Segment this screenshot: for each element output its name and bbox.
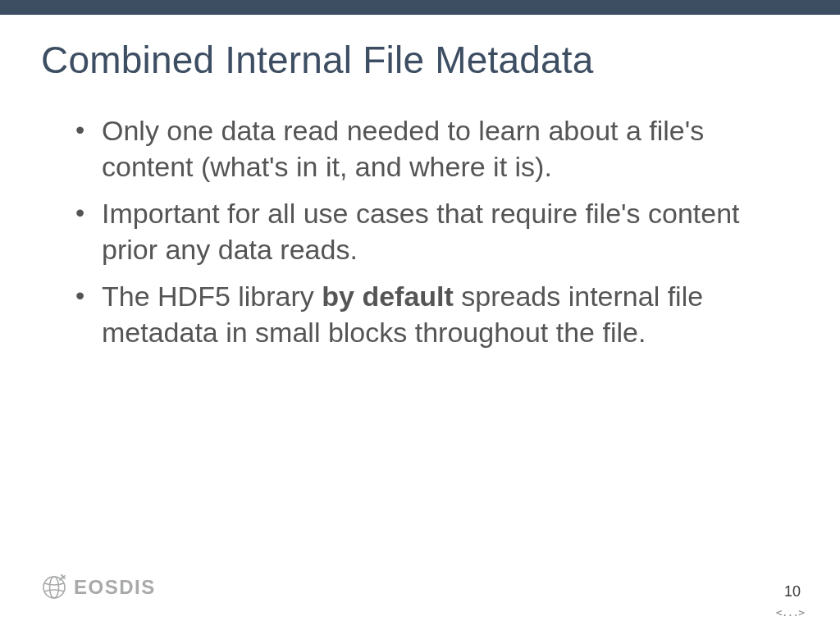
globe-icon xyxy=(41,574,67,600)
bullet-item: The HDF5 library by default spreads inte… xyxy=(75,279,799,350)
slide-title: Combined Internal File Metadata xyxy=(41,38,799,82)
top-accent-bar xyxy=(0,0,840,15)
bullet-text-pre: The HDF5 library xyxy=(102,281,322,312)
slide-content: Combined Internal File Metadata Only one… xyxy=(0,15,840,350)
logo-text: EOSDIS xyxy=(74,576,156,599)
svg-point-0 xyxy=(43,577,65,598)
page-number: 10 xyxy=(784,583,801,600)
bullet-list: Only one data read needed to learn about… xyxy=(41,113,799,350)
bullet-text-pre: Important for all use cases that require… xyxy=(102,198,740,265)
bullet-item: Important for all use cases that require… xyxy=(75,196,799,267)
bullet-item: Only one data read needed to learn about… xyxy=(75,113,799,185)
svg-point-1 xyxy=(50,577,59,598)
bullet-text-pre: Only one data read needed to learn about… xyxy=(102,115,704,182)
nav-indicator: <...> xyxy=(776,606,804,619)
footer-logo: EOSDIS xyxy=(41,574,156,600)
bullet-text-bold: by default xyxy=(322,281,454,312)
